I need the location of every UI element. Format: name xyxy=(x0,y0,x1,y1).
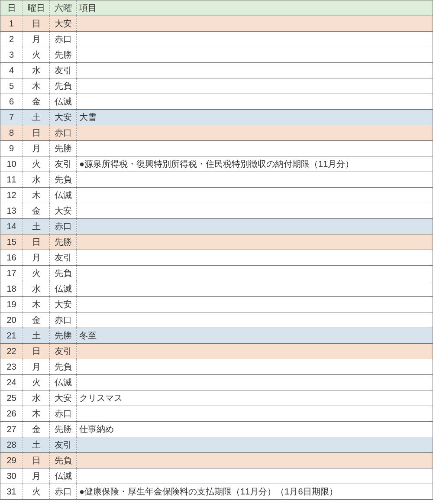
cell-item xyxy=(77,78,433,94)
cell-day: 25 xyxy=(0,390,23,406)
cell-day: 20 xyxy=(0,312,23,328)
table-row: 28土友引 xyxy=(0,437,433,453)
cell-wday: 土 xyxy=(23,219,50,234)
cell-item xyxy=(77,188,433,203)
header-day: 日 xyxy=(0,0,23,16)
cell-roku: 大安 xyxy=(50,203,77,219)
cell-roku: 先負 xyxy=(50,172,77,188)
cell-day: 15 xyxy=(0,234,23,250)
table-row: 23月先負 xyxy=(0,359,433,375)
cell-item xyxy=(77,375,433,390)
cell-roku: 赤口 xyxy=(50,32,77,47)
cell-day: 17 xyxy=(0,266,23,281)
cell-roku: 先負 xyxy=(50,78,77,94)
table-row: 20金赤口 xyxy=(0,312,433,328)
cell-day: 10 xyxy=(0,156,23,172)
cell-day: 18 xyxy=(0,281,23,297)
table-row: 31火赤口●健康保険・厚生年金保険料の支払期限（11月分）（1月6日期限） xyxy=(0,484,433,500)
cell-day: 26 xyxy=(0,406,23,422)
cell-item: 大雪 xyxy=(77,110,433,125)
cell-item: 仕事納め xyxy=(77,422,433,437)
cell-day: 8 xyxy=(0,125,23,141)
cell-item: クリスマス xyxy=(77,390,433,406)
cell-roku: 赤口 xyxy=(50,125,77,141)
cell-item xyxy=(77,141,433,156)
cell-item xyxy=(77,406,433,422)
cell-day: 27 xyxy=(0,422,23,437)
cell-wday: 火 xyxy=(23,375,50,390)
cell-wday: 火 xyxy=(23,484,50,500)
cell-day: 22 xyxy=(0,344,23,359)
cell-wday: 土 xyxy=(23,437,50,453)
header-item: 項目 xyxy=(77,0,433,16)
cell-day: 24 xyxy=(0,375,23,390)
cell-item xyxy=(77,281,433,297)
cell-day: 31 xyxy=(0,484,23,500)
cell-roku: 友引 xyxy=(50,250,77,266)
cell-roku: 赤口 xyxy=(50,312,77,328)
cell-item xyxy=(77,344,433,359)
table-row: 4水友引 xyxy=(0,63,433,78)
table-row: 12木仏滅 xyxy=(0,188,433,203)
table-row: 3火先勝 xyxy=(0,47,433,63)
cell-roku: 赤口 xyxy=(50,406,77,422)
cell-day: 3 xyxy=(0,47,23,63)
cell-item xyxy=(77,266,433,281)
cell-item xyxy=(77,63,433,78)
cell-roku: 先勝 xyxy=(50,328,77,344)
cell-roku: 友引 xyxy=(50,344,77,359)
cell-item xyxy=(77,468,433,484)
cell-day: 11 xyxy=(0,172,23,188)
cell-day: 4 xyxy=(0,63,23,78)
table-row: 2月赤口 xyxy=(0,32,433,47)
table-row: 16月友引 xyxy=(0,250,433,266)
cell-roku: 仏滅 xyxy=(50,468,77,484)
cell-wday: 日 xyxy=(23,453,50,468)
cell-wday: 月 xyxy=(23,32,50,47)
cell-item xyxy=(77,94,433,110)
table-row: 25水大安クリスマス xyxy=(0,390,433,406)
cell-day: 7 xyxy=(0,110,23,125)
table-row: 30月仏滅 xyxy=(0,468,433,484)
cell-wday: 水 xyxy=(23,390,50,406)
cell-wday: 金 xyxy=(23,422,50,437)
cell-wday: 木 xyxy=(23,78,50,94)
cell-roku: 大安 xyxy=(50,110,77,125)
cell-roku: 赤口 xyxy=(50,484,77,500)
header-roku: 六曜 xyxy=(50,0,77,16)
cell-wday: 金 xyxy=(23,312,50,328)
cell-roku: 友引 xyxy=(50,156,77,172)
table-row: 17火先負 xyxy=(0,266,433,281)
cell-wday: 木 xyxy=(23,297,50,312)
cell-item xyxy=(77,453,433,468)
cell-roku: 友引 xyxy=(50,437,77,453)
cell-day: 9 xyxy=(0,141,23,156)
table-row: 11水先負 xyxy=(0,172,433,188)
cell-roku: 仏滅 xyxy=(50,375,77,390)
cell-day: 28 xyxy=(0,437,23,453)
cell-wday: 木 xyxy=(23,188,50,203)
cell-day: 6 xyxy=(0,94,23,110)
cell-day: 13 xyxy=(0,203,23,219)
table-row: 5木先負 xyxy=(0,78,433,94)
table-row: 27金先勝仕事納め xyxy=(0,422,433,437)
calendar-table: 日 曜日 六曜 項目 1日大安2月赤口3火先勝4水友引5木先負6金仏滅7土大安大… xyxy=(0,0,433,500)
table-row: 15日先勝 xyxy=(0,234,433,250)
table-row: 1日大安 xyxy=(0,16,433,32)
cell-wday: 水 xyxy=(23,172,50,188)
cell-roku: 先勝 xyxy=(50,141,77,156)
table-body: 1日大安2月赤口3火先勝4水友引5木先負6金仏滅7土大安大雪8日赤口9月先勝10… xyxy=(0,16,433,500)
cell-item: 冬至 xyxy=(77,328,433,344)
cell-wday: 土 xyxy=(23,110,50,125)
cell-day: 30 xyxy=(0,468,23,484)
cell-day: 29 xyxy=(0,453,23,468)
cell-roku: 先負 xyxy=(50,453,77,468)
cell-day: 5 xyxy=(0,78,23,94)
cell-wday: 日 xyxy=(23,16,50,32)
header-wday: 曜日 xyxy=(23,0,50,16)
cell-day: 23 xyxy=(0,359,23,375)
cell-wday: 水 xyxy=(23,281,50,297)
cell-item xyxy=(77,47,433,63)
cell-wday: 月 xyxy=(23,359,50,375)
cell-wday: 金 xyxy=(23,94,50,110)
